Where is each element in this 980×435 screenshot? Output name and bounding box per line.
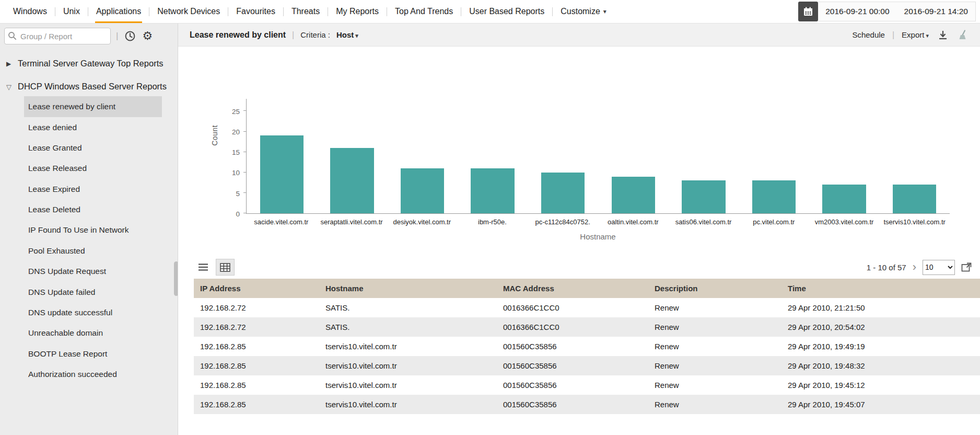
export-dropdown[interactable]: Export▾ [902,30,929,39]
results-table: IP AddressHostnameMAC AddressDescription… [194,279,980,414]
report-item-lease-denied[interactable]: Lease denied [24,117,162,138]
column-header-description[interactable]: Description [648,279,781,298]
expand-icon[interactable]: ▶ [6,57,13,71]
report-item-lease-released[interactable]: Lease Released [24,158,162,178]
table-cell: tservis10.vitel.com.tr [319,356,497,375]
nav-item-my-reports[interactable]: My Reports [328,0,387,23]
x-axis-title: Hostname [246,232,950,241]
table-row[interactable]: 192.168.2.72SATIS.0016366C1CC0Renew29 Ap… [194,298,980,317]
bar-tservis10-vitel-com-tr[interactable] [893,185,936,213]
table-row[interactable]: 192.168.2.72SATIS.0016366C1CC0Renew29 Ap… [194,317,980,337]
report-group-terminal-server-gateway-top-reports[interactable]: ▶Terminal Server Gateway Top Reports [0,51,178,74]
table-row[interactable]: 192.168.2.85tservis10.vitel.com.tr001560… [194,395,980,414]
report-group-dhcp-windows-based-server-reports[interactable]: ▽DHCP Windows Based Server Reports [0,74,178,97]
settings-button[interactable]: ⚙ [141,29,154,43]
calendar-button[interactable] [798,2,818,21]
search-input[interactable] [4,28,111,44]
table-cell: 192.168.2.85 [194,375,319,395]
report-item-lease-expired[interactable]: Lease Expired [24,179,162,199]
chevron-down-icon: ▾ [926,32,929,39]
table-cell: 192.168.2.85 [194,395,319,414]
bar-sacide-vitel-com-tr[interactable] [260,135,304,213]
table-row[interactable]: 192.168.2.85tservis10.vitel.com.tr001560… [194,337,980,356]
table-cell: Renew [648,375,781,395]
date-range-values: 2016-09-21 00:00 2016-09-21 14:20 [818,2,976,21]
download-button[interactable] [936,28,950,42]
report-item-unreachable-domain[interactable]: Unreachable domain [24,323,162,343]
criteria-dropdown[interactable]: Host▾ [336,30,358,39]
bar-chart: Count 0510152025 sacide.vitel.com.trsera… [178,47,980,256]
y-tick-label: 10 [232,169,240,177]
nav-item-unix[interactable]: Unix [55,0,88,23]
nav-item-windows[interactable]: Windows [5,0,55,23]
x-category-label: desiyok.vitel.com.tr [387,218,457,226]
date-from[interactable]: 2016-09-21 00:00 [825,7,889,16]
y-tick-label: 5 [236,189,240,197]
nav-item-threats[interactable]: Threats [284,0,328,23]
table-row[interactable]: 192.168.2.85tservis10.vitel.com.tr001560… [194,375,980,395]
app-window: WindowsUnixApplicationsNetwork DevicesFa… [0,0,980,435]
table-cell: 29 Apr 2010, 21:21:50 [781,298,980,317]
popout-icon [961,262,972,272]
nav-item-top-and-trends[interactable]: Top And Trends [387,0,461,23]
bar-pc-c112c84c0752[interactable] [541,173,585,213]
popout-button[interactable] [960,261,973,273]
nav-item-user-based-reports[interactable]: User Based Reports [461,0,552,23]
nav-item-network-devices[interactable]: Network Devices [149,0,228,23]
schedule-button[interactable]: Schedule [852,30,885,39]
report-item-lease-granted[interactable]: Lease Granted [24,138,162,158]
bar-pc-vitel-com-tr[interactable] [752,180,796,213]
report-item-authorization-succeeded[interactable]: Authorization succeeded [24,364,162,384]
bar-desiyok-vitel-com-tr[interactable] [401,168,444,213]
column-header-ip-address[interactable]: IP Address [194,279,319,298]
list-view-button[interactable] [194,259,213,276]
next-page-button[interactable]: › [912,261,917,273]
column-header-hostname[interactable]: Hostname [319,279,497,298]
group-label: DHCP Windows Based Server Reports [18,80,167,94]
bar-ibm-r50e[interactable] [471,168,514,213]
table-cell: 192.168.2.72 [194,317,319,337]
report-item-dns-update-failed[interactable]: DNS Update failed [24,282,162,302]
report-item-bootp-lease-report[interactable]: BOOTP Lease Report [24,344,162,364]
clean-view-button[interactable] [957,28,971,42]
sidebar-collapse-handle[interactable] [174,261,178,296]
header-divider: | [292,30,294,40]
report-item-lease-renewed-by-client[interactable]: Lease renewed by client [24,96,162,117]
report-item-pool-exhausted[interactable]: Pool Exhausted [24,241,162,261]
grid-view-button[interactable] [216,259,235,276]
x-axis-labels: sacide.vitel.com.trseraptatli.vitel.com.… [246,218,950,226]
report-header: Lease renewed by client | Criteria : Hos… [178,24,980,47]
history-button[interactable] [123,29,137,43]
table-cell: 001560C35856 [497,337,648,356]
report-item-dns-update-successful[interactable]: DNS update successful [24,302,162,323]
bar-column [387,99,458,213]
bar-oaltin-vitel-com-tr[interactable] [612,177,655,213]
column-header-time[interactable]: Time [781,279,980,298]
table-cell: tservis10.vitel.com.tr [319,395,497,414]
bar-satis06-vitel-com-tr[interactable] [682,180,725,213]
sidebar-divider: | [115,31,119,41]
bar-vm2003-vitel-com-tr[interactable] [822,185,866,213]
report-item-lease-deleted[interactable]: Lease Deleted [24,199,162,220]
column-header-mac-address[interactable]: MAC Address [497,279,648,298]
nav-item-favourites[interactable]: Favourites [228,0,283,23]
criteria-label: Criteria : [300,30,330,39]
table-cell: tservis10.vitel.com.tr [319,337,497,356]
report-item-dns-update-request[interactable]: DNS Update Request [24,261,162,281]
collapse-icon[interactable]: ▽ [6,80,13,94]
page-size-select[interactable]: 10 [923,260,955,275]
table-cell: 29 Apr 2010, 20:54:02 [781,317,980,337]
table-row[interactable]: 192.168.2.85tservis10.vitel.com.tr001560… [194,356,980,375]
bar-seraptatli-vitel-com-tr[interactable] [330,148,374,213]
bar-column [739,99,809,213]
date-to[interactable]: 2016-09-21 14:20 [904,7,968,16]
report-item-ip-found-to-use-in-network[interactable]: IP Found To Use in Network [24,220,162,240]
table-cell: 192.168.2.85 [194,356,319,375]
group-label: Terminal Server Gateway Top Reports [18,57,163,71]
bar-column [669,99,739,213]
nav-item-customize[interactable]: Customize▾ [553,0,614,23]
nav-item-applications[interactable]: Applications [88,0,149,23]
bar-column [809,99,880,213]
y-tick-mark [243,152,247,152]
sidebar-toolbar: | ⚙ [0,24,178,49]
